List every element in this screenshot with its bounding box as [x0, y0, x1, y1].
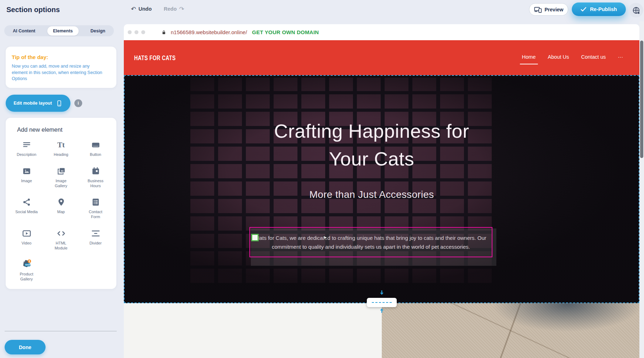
window-dots — [128, 30, 145, 34]
image-icon — [22, 166, 31, 176]
nav-item-home[interactable]: Home — [522, 54, 536, 61]
preview-scrollbar-thumb[interactable] — [640, 41, 643, 158]
panel-divider — [5, 331, 117, 331]
add-element-card: Add new element DescriptionTtHeadingButt… — [6, 118, 116, 289]
map-icon — [57, 197, 66, 207]
tip-heading: Tip of the day: — [12, 54, 110, 60]
add-element-label: Heading — [54, 152, 68, 157]
page-title: Section options — [6, 6, 60, 14]
check-icon — [581, 7, 586, 12]
add-element-label: Business Hours — [88, 179, 104, 189]
devices-icon — [534, 6, 542, 13]
svg-text:SHOP: SHOP — [25, 264, 31, 266]
hero-content: Crafting Happiness for Your Cats More th… — [125, 76, 619, 200]
edit-mobile-layout-button[interactable]: Edit mobile layout — [6, 95, 70, 112]
add-element-image[interactable]: Image — [9, 166, 44, 189]
add-element-image-gallery[interactable]: Image Gallery — [44, 166, 78, 189]
add-element-label: Social Media — [15, 210, 38, 215]
edit-mobile-label: Edit mobile layout — [14, 101, 52, 106]
preview-button[interactable]: Preview — [529, 3, 568, 16]
resize-dash-line — [372, 302, 392, 303]
add-element-html-module[interactable]: HTML Module — [44, 228, 78, 251]
mouse-cursor — [323, 235, 328, 243]
hero-heading[interactable]: Crafting Happiness for Your Cats — [254, 117, 489, 173]
next-section-image[interactable] — [382, 303, 639, 358]
button-icon — [91, 139, 100, 149]
resize-arrow-up-icon — [379, 307, 384, 315]
next-section-blank[interactable] — [124, 303, 382, 358]
add-element-label: Divider — [89, 241, 101, 246]
contact-form-icon — [91, 197, 100, 207]
info-icon[interactable]: i — [74, 99, 82, 107]
add-element-label: Image Gallery — [55, 179, 67, 189]
add-element-label: Button — [90, 152, 101, 157]
redo-button[interactable]: Redo ↷ — [164, 5, 184, 12]
site-header: HATS FOR CATS HomeAbout UsContact us··· — [124, 40, 639, 75]
site-url: n1566589.websitebuilder.online/ — [171, 29, 247, 35]
tab-ai-content[interactable]: AI Content — [7, 26, 41, 36]
tip-of-the-day-card: Tip of the day: Now you can add, move an… — [6, 47, 116, 88]
get-domain-link[interactable]: GET YOUR OWN DOMAIN — [252, 29, 319, 35]
section-resize-handle[interactable] — [367, 298, 397, 307]
hero-section[interactable]: Crafting Happiness for Your Cats More th… — [124, 75, 639, 303]
done-label: Done — [19, 344, 31, 350]
nav-item-about-us[interactable]: About Us — [548, 54, 569, 61]
tip-body: Now you can add, move and resize any ele… — [12, 63, 106, 82]
phone-icon — [56, 100, 63, 107]
element-drag-handle[interactable] — [251, 234, 259, 241]
undo-label: Undo — [138, 6, 152, 12]
product-gallery-icon: SHOP — [21, 259, 32, 269]
republish-button[interactable]: Re-Publish — [572, 2, 626, 16]
divider-icon — [91, 228, 100, 238]
globe-icon — [632, 6, 640, 15]
redo-icon: ↷ — [179, 5, 184, 12]
redo-label: Redo — [164, 6, 176, 12]
add-element-title: Add new element — [17, 126, 116, 133]
add-element-heading[interactable]: TtHeading — [44, 139, 78, 157]
add-element-label: Image — [21, 179, 32, 184]
html-module-icon — [57, 228, 66, 238]
app-root: Section options ↶ Undo Redo ↷ Preview Re… — [0, 0, 644, 358]
undo-icon: ↶ — [131, 5, 136, 12]
add-element-social-media[interactable]: Social Media — [9, 197, 44, 220]
image-gallery-icon — [57, 166, 66, 176]
nav-item-[interactable]: ··· — [618, 54, 623, 61]
add-element-description[interactable]: Description — [9, 139, 44, 157]
add-element-label: Product Gallery — [20, 272, 33, 282]
tab-design[interactable]: Design — [85, 26, 111, 36]
business-hours-icon — [91, 166, 100, 176]
add-element-business-hours[interactable]: Business Hours — [78, 166, 113, 189]
republish-label: Re-Publish — [590, 6, 617, 12]
heading-icon: Tt — [57, 139, 66, 149]
add-element-map[interactable]: Map — [44, 197, 78, 220]
resize-arrow-down-icon — [379, 290, 384, 297]
add-element-video[interactable]: Video — [9, 228, 44, 251]
hero-subheading[interactable]: More than Just Accessories — [125, 189, 619, 200]
add-element-label: HTML Module — [54, 241, 67, 251]
undo-button[interactable]: ↶ Undo — [131, 5, 152, 12]
add-element-contact-form[interactable]: Contact Form — [78, 197, 113, 220]
add-element-label: Contact Form — [89, 210, 102, 220]
add-element-grid: DescriptionTtHeadingButtonImageImage Gal… — [6, 135, 116, 282]
panel-tabs: AI ContentElementsDesign — [4, 25, 114, 36]
add-element-product-gallery[interactable]: SHOPProduct Gallery — [9, 259, 44, 282]
browser-chrome: n1566589.websitebuilder.online/ GET YOUR… — [124, 24, 639, 40]
add-element-label: Description — [17, 152, 36, 157]
add-element-button[interactable]: Button — [78, 139, 113, 157]
selected-text-element[interactable]: Hats for Cats, we are dedicated to craft… — [249, 227, 492, 257]
site-nav: HomeAbout UsContact us··· — [522, 54, 623, 61]
description-icon — [22, 139, 31, 149]
tab-elements[interactable]: Elements — [47, 26, 79, 36]
hero-body-text[interactable]: Hats for Cats, we are dedicated to craft… — [253, 233, 489, 251]
add-element-divider[interactable]: Divider — [78, 228, 113, 251]
site-logo[interactable]: HATS FOR CATS — [134, 54, 176, 62]
preview-label: Preview — [545, 7, 564, 12]
add-element-label: Video — [22, 241, 32, 246]
svg-text:Tt: Tt — [57, 141, 65, 149]
add-element-label: Map — [57, 210, 65, 215]
language-globe-button[interactable] — [629, 3, 643, 17]
done-button[interactable]: Done — [5, 340, 46, 354]
nav-item-contact-us[interactable]: Contact us — [581, 54, 606, 61]
undo-redo-group: ↶ Undo Redo ↷ — [131, 5, 184, 12]
social-media-icon — [22, 197, 31, 207]
